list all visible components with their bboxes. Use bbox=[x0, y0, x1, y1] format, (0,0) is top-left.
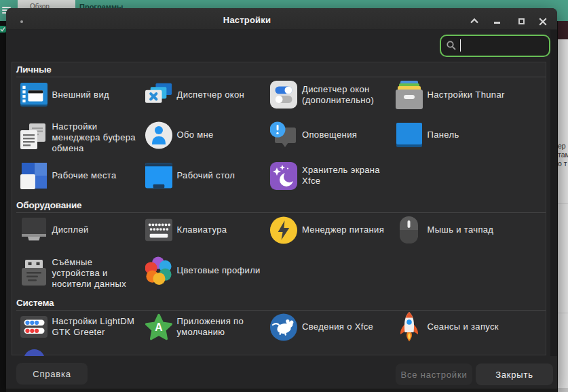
svg-text:A: A bbox=[155, 321, 162, 333]
